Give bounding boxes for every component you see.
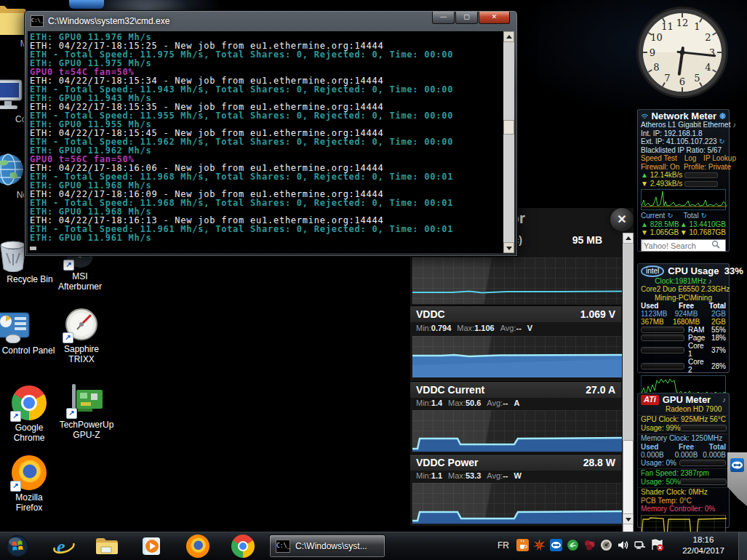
taskbar-internet-explorer[interactable]: e	[52, 535, 76, 558]
refresh-icon[interactable]: ↻	[719, 137, 724, 145]
wifi-icon	[641, 112, 648, 121]
teamviewer-quickconnect-tab[interactable]	[727, 452, 747, 506]
monitor-close-button[interactable]: ✕	[610, 208, 634, 231]
gpu-usage-label: Usage: 99%	[641, 424, 680, 433]
memory-controller: Memory Controller: 0%	[641, 505, 726, 513]
speed-test-link[interactable]: Speed Test	[641, 154, 677, 162]
scrollbar-thumb[interactable]	[503, 120, 514, 135]
console-line: ETH: GPU0 11.961 Mh/s	[30, 233, 501, 242]
console: ETH: GPU0 11.976 Mh/sETH: 04/22/17-18:15…	[28, 31, 514, 253]
console-cursor	[30, 247, 36, 250]
ati-logo: ATi	[641, 395, 659, 405]
gpu-meter-gadget[interactable]: ATi GPU Meter ♪ Radeon HD 7900 GPU Clock…	[637, 393, 730, 528]
intel-logo: intel	[641, 265, 664, 277]
memory-usage-graph	[412, 257, 622, 304]
shortcut-arrow-icon: ↗	[10, 481, 21, 492]
upload-meter	[684, 172, 718, 178]
volume-tray-icon[interactable]	[617, 539, 629, 551]
fan-speed: Fan Speed: 2387rpm	[641, 469, 726, 478]
cpu-usage-gadget[interactable]: intel CPU Usage 33% Clock:1981MHz ♪ Core…	[637, 263, 730, 373]
music-note-icon[interactable]: ♪	[732, 121, 736, 129]
blacklist-ratio: Blacklisted IP Ratio: 5/67	[641, 146, 726, 155]
svg-text:2: 2	[705, 32, 711, 43]
sapphire-trixx-icon: ↗	[64, 307, 99, 342]
vddc-section-header[interactable]: VDDC 1.069 V	[410, 305, 621, 322]
cpu-usage-total: 33%	[724, 265, 743, 276]
shortcut-arrow-icon: ↗	[66, 408, 77, 419]
memory-clock: Memory Clock: 1250MHz	[641, 434, 726, 443]
show-desktop-button[interactable]	[738, 532, 747, 560]
gpu-memory-usage-label: Usage: 0%	[641, 459, 679, 468]
svg-text:11: 11	[661, 21, 674, 32]
console-scrollbar[interactable]	[503, 31, 514, 253]
cmd-window[interactable]: C:\_ C:\Windows\system32\cmd.exe — ▢ ✕ E…	[24, 10, 518, 257]
desktop-icon-gpu-z[interactable]: ↗ TechPowerUp GPU-Z	[47, 383, 127, 440]
teamviewer-tray-icon[interactable]	[550, 539, 562, 551]
download-total: 10.7687GB	[689, 228, 726, 236]
music-note-icon[interactable]: ♪	[722, 396, 726, 404]
vddc-minmax: Min:0.794Max:1.106Avg:--V	[416, 324, 620, 335]
close-button[interactable]: ✕	[479, 12, 510, 24]
berries-tray-icon[interactable]	[583, 539, 596, 551]
core2-bar: Core 2 28%	[641, 358, 726, 374]
taskbar-button-cmd[interactable]: C:\_ C:\Windows\syst...	[269, 535, 386, 558]
start-button[interactable]	[6, 535, 29, 558]
refresh-icon[interactable]: ↻	[700, 212, 706, 220]
starburst-tray-icon[interactable]	[533, 539, 546, 551]
icon-label: Sapphire TRIXX	[49, 344, 113, 364]
upload-arrow-icon: ▲	[641, 171, 648, 179]
gpu-name: Radeon HD 7900	[641, 405, 726, 414]
language-indicator[interactable]: FR	[498, 540, 509, 551]
upload-arrow-icon: ▲	[641, 220, 648, 228]
cmd-icon: C:\_	[276, 540, 290, 553]
vddc-power-label: VDDC Power	[416, 457, 479, 468]
shader-clock: Shader Clock: 0MHz	[641, 488, 726, 497]
vddc-current-section-header[interactable]: VDDC Current 27.0 A	[410, 381, 621, 398]
taskbar-chrome[interactable]	[231, 535, 255, 558]
host-name: Mining-PC\Mining	[641, 294, 726, 303]
monitor-scrollbar[interactable]	[623, 233, 634, 524]
clock-gadget[interactable]: 1212 345 678 91011	[634, 4, 730, 100]
globe-icon	[719, 111, 726, 121]
svg-text:5: 5	[694, 73, 700, 84]
swirl-tray-icon[interactable]	[567, 539, 579, 551]
memory-usage-value: 95 MB	[572, 234, 602, 246]
download-speed: 2.493kB/s	[650, 180, 682, 188]
upload-speed: 12.14kB/s	[650, 171, 682, 179]
ram-row: 1123MB924MB2GB	[641, 310, 726, 318]
firefox-icon: ↗	[12, 455, 47, 490]
taskbar-clock[interactable]: 18:16 22/04/2017	[673, 535, 734, 556]
gpu-clock: GPU Clock: 925MHz	[641, 415, 708, 424]
log-link[interactable]: Log	[684, 154, 697, 162]
upload-arrow-icon: ▲	[680, 220, 687, 228]
svg-text:4: 4	[705, 62, 711, 73]
download-current: 1.065GB	[650, 228, 679, 236]
desktop-icon-sapphire-trixx[interactable]: ↗ Sapphire TRIXX	[49, 307, 113, 364]
java-tray-icon[interactable]	[516, 539, 529, 551]
download-meter	[684, 181, 718, 187]
gpu-z-icon: ↗	[68, 383, 105, 417]
svg-text:12: 12	[676, 17, 689, 28]
action-center-flag-icon[interactable]	[650, 539, 663, 551]
ip-lookup-link[interactable]: IP Lookup	[703, 154, 736, 162]
refresh-icon[interactable]: ↻	[667, 212, 673, 220]
fan-usage-label: Usage: 50%	[641, 478, 680, 487]
window-caption-buttons: — ▢ ✕	[431, 12, 510, 24]
minimize-button[interactable]: —	[432, 12, 455, 24]
taskbar-media-player[interactable]	[140, 535, 163, 558]
vddc-current-label: VDDC Current	[416, 384, 484, 396]
music-note-icon[interactable]: ♪	[708, 277, 712, 285]
console-output: ETH: GPU0 11.976 Mh/sETH: 04/22/17-18:15…	[30, 33, 501, 250]
network-meter-gadget[interactable]: Network Meter Atheros L1 Gigabit Etherne…	[637, 109, 730, 252]
vddc-power-section-header[interactable]: VDDC Power 28.8 W	[410, 454, 621, 471]
page-bar: Page 18%	[641, 334, 726, 342]
network-tray-icon[interactable]	[634, 539, 646, 551]
taskbar-windows-explorer[interactable]	[95, 535, 118, 558]
tray-time: 18:16	[673, 535, 734, 545]
taskbar-firefox[interactable]	[186, 535, 209, 558]
dial-tray-icon[interactable]	[600, 539, 612, 551]
search-icon[interactable]	[711, 240, 720, 249]
desktop-icon-mozilla-firefox[interactable]: ↗ Mozilla Firefox	[0, 455, 63, 513]
maximize-button[interactable]: ▢	[455, 12, 478, 24]
gpu-memory-row: 0.000B0.000B0.000B	[641, 451, 726, 459]
